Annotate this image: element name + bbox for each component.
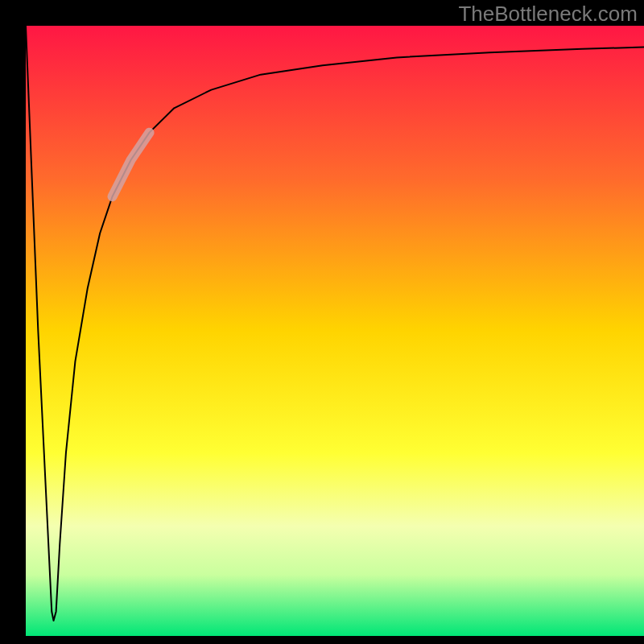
- watermark-text: TheBottleneck.com: [458, 2, 638, 27]
- bottleneck-chart: [0, 0, 644, 644]
- plot-background: [26, 26, 644, 636]
- chart-container: TheBottleneck.com: [0, 0, 644, 644]
